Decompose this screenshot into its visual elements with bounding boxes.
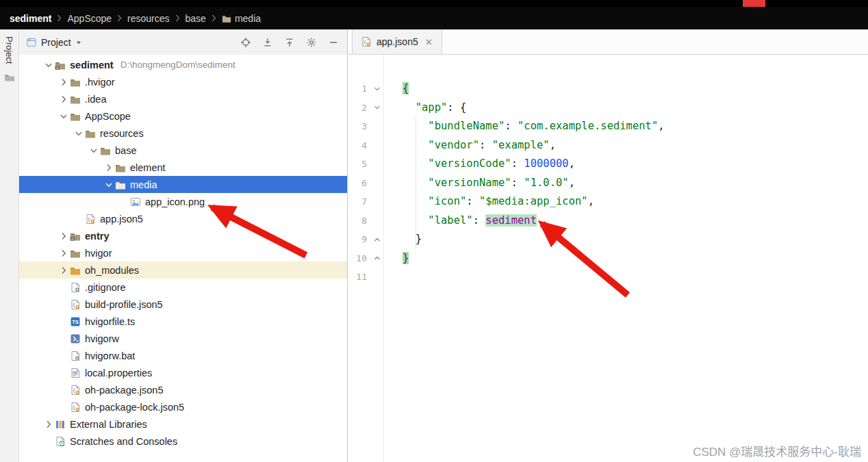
tree-item-resources[interactable]: resources — [19, 125, 347, 142]
chevron-spacer — [58, 316, 70, 327]
close-icon[interactable] — [424, 38, 433, 47]
tree-item-element[interactable]: element — [19, 159, 347, 176]
code-text[interactable]: "vendor": "example", — [383, 136, 556, 155]
code-line-7: 7 "icon": "$media:app_icon", — [348, 192, 868, 211]
tree-item-hvigorfile-ts[interactable]: TShvigorfile.ts — [19, 313, 347, 330]
project-view-selector[interactable]: Project — [41, 37, 71, 48]
tab-label: app.json5 — [376, 36, 418, 47]
json5-file-icon: {; — [70, 385, 82, 396]
config-file-icon — [70, 282, 82, 293]
json5-file-icon: {; — [361, 36, 372, 47]
chevron-down-icon[interactable] — [103, 179, 115, 190]
chevron-right-icon[interactable] — [58, 248, 70, 259]
chevron-spacer — [58, 350, 70, 361]
line-number: 3 — [348, 117, 371, 136]
chevron-down-icon[interactable] — [58, 111, 70, 122]
chevron-down-icon[interactable] — [42, 60, 55, 70]
tree-item-label: .gitignore — [85, 282, 126, 293]
hide-icon[interactable] — [328, 37, 339, 48]
tree-item-build-profile-json5[interactable]: {;build-profile.json5 — [19, 296, 347, 313]
tree-item-label: External Libraries — [70, 419, 147, 430]
collapse-all-icon[interactable] — [284, 37, 295, 48]
chevron-right-icon[interactable] — [58, 265, 70, 276]
fold-spacer — [371, 174, 383, 193]
chevron-down-icon[interactable] — [88, 145, 100, 156]
tree-item-gitignore[interactable]: .gitignore — [19, 279, 347, 296]
tree-item-app-icon-png[interactable]: app_icon.png — [19, 193, 347, 210]
breadcrumb-item-resources[interactable]: resources — [127, 13, 169, 24]
tool-window-tab-project[interactable]: Project — [4, 36, 14, 64]
tree-item-idea[interactable]: .idea — [19, 90, 347, 107]
tree-item-hvigorw-bat[interactable]: hvigorw.bat — [19, 347, 347, 364]
code-text[interactable]: "versionCode": 1000000, — [383, 155, 575, 174]
indent-guide — [416, 116, 416, 248]
code-line-10: 10} — [348, 249, 868, 268]
code-text[interactable]: "app": { — [383, 99, 466, 118]
tree-item-hvigorw[interactable]: hvigorw — [19, 330, 347, 347]
code-text[interactable]: { — [383, 79, 409, 99]
code-line-8: 8 "label": sediment — [348, 211, 868, 231]
tree-item-label: oh-package-lock.json5 — [85, 402, 184, 413]
tree-item-base[interactable]: base — [19, 142, 347, 159]
settings-icon[interactable] — [306, 37, 317, 48]
breadcrumb-item-appscope[interactable]: AppScope — [67, 13, 112, 24]
expand-all-icon[interactable] — [262, 37, 273, 48]
ts-file-icon: TS — [70, 316, 82, 327]
tree-item-sediment[interactable]: sedimentD:\hongmengDom\sediment — [19, 56, 347, 73]
code-text[interactable]: "versionName": "1.0.0", — [383, 174, 575, 193]
tree-item-label: .hvigor — [85, 77, 115, 88]
tree-item-label: resources — [100, 128, 144, 139]
project-panel-header: Project — [19, 29, 347, 55]
chevron-right-icon[interactable] — [58, 94, 70, 105]
breadcrumb-separator-icon — [212, 14, 216, 22]
breadcrumb-item-sediment[interactable]: sediment — [10, 13, 51, 24]
tree-item-entry[interactable]: entry — [19, 227, 347, 244]
code-line-6: 6 "versionName": "1.0.0", — [348, 174, 868, 193]
chevron-right-icon[interactable] — [42, 419, 55, 430]
chevron-down-icon[interactable] — [75, 39, 82, 46]
tree-item-scratches-and-consoles[interactable]: Scratches and Consoles — [19, 433, 347, 450]
code-text[interactable]: } — [383, 249, 409, 268]
tree-item-local-properties[interactable]: local.properties — [19, 364, 347, 381]
folder-icon — [70, 111, 82, 122]
tree-item-oh-modules[interactable]: oh_modules — [19, 261, 347, 279]
editor-area: {; app.json5 1{2 "app": {3 "bundleName":… — [348, 29, 868, 462]
fold-open-icon[interactable] — [371, 99, 383, 118]
json5-file-icon: {; — [70, 402, 82, 413]
code-line-3: 3 "bundleName": "com.example.sediment", — [348, 117, 868, 136]
folder-icon — [100, 145, 112, 156]
tree-item-app-json5[interactable]: {;app.json5 — [19, 210, 347, 227]
chevron-right-icon[interactable] — [58, 77, 70, 88]
tab-app-json5[interactable]: {; app.json5 — [352, 29, 442, 54]
fold-end-icon[interactable] — [371, 230, 383, 249]
chevron-down-icon[interactable] — [73, 128, 85, 139]
breadcrumb-item-base[interactable]: base — [186, 13, 206, 24]
tree-item-label: base — [115, 145, 136, 156]
code-text[interactable] — [383, 268, 403, 287]
chevron-spacer — [58, 368, 70, 378]
fold-open-icon[interactable] — [371, 79, 383, 99]
code-text[interactable]: "bundleName": "com.example.sediment", — [383, 117, 665, 136]
breadcrumb-item-media[interactable]: media — [222, 13, 261, 24]
chevron-right-icon[interactable] — [58, 231, 70, 242]
chevron-spacer — [58, 385, 70, 396]
tree-item-label: app_icon.png — [145, 196, 205, 207]
tree-item-hvigor[interactable]: hvigor — [19, 244, 347, 261]
breadcrumb-label: media — [235, 13, 261, 24]
tree-item-oh-package-lock-json5[interactable]: {;oh-package-lock.json5 — [19, 398, 347, 415]
fold-spacer — [371, 211, 383, 231]
stripe-folder-icon[interactable] — [4, 72, 15, 83]
fold-end-icon[interactable] — [371, 249, 383, 268]
tree-item-oh-package-json5[interactable]: {;oh-package.json5 — [19, 381, 347, 398]
tree-item-appscope[interactable]: AppScope — [19, 107, 347, 125]
tree-item-label: hvigorfile.ts — [85, 316, 135, 327]
code-text[interactable]: "label": sediment — [383, 211, 537, 231]
tree-item-external-libraries[interactable]: External Libraries — [19, 415, 347, 433]
code-editor[interactable]: 1{2 "app": {3 "bundleName": "com.example… — [348, 55, 868, 462]
tree-item-hvigor[interactable]: .hvigor — [19, 73, 347, 90]
breadcrumb-separator-icon — [175, 14, 180, 22]
locate-icon[interactable] — [240, 37, 251, 48]
chevron-right-icon[interactable] — [103, 162, 115, 173]
project-tool-window: Project sedimentD:\hongmengDom\sediment.… — [19, 29, 348, 462]
tree-item-media[interactable]: media — [19, 176, 347, 193]
